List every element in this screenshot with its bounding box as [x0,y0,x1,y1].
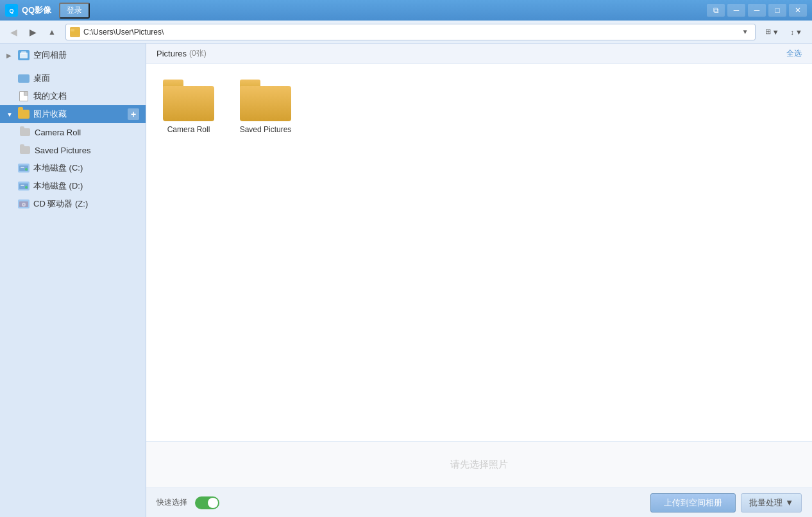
app-logo: Q [5,4,18,17]
upload-button[interactable]: 上传到空间相册 [650,493,736,513]
sidebar-item-mydocs[interactable]: 我的文档 [0,87,146,105]
folder-item-camera-roll-label: Camera Roll [167,125,210,134]
address-bar: ▼ [65,24,756,40]
sidebar-item-drive-d[interactable]: 本地磁盘 (D:) [0,177,146,195]
sidebar-item-pictures-label: 图片收藏 [33,108,124,120]
sidebar-item-drive-z[interactable]: CD 驱动器 (Z:) [0,195,146,213]
svg-point-14 [23,204,24,205]
thumbnail-button[interactable]: ⧉ [707,4,725,17]
content-body: Camera Roll Saved Pictures [146,64,812,441]
sidebar-item-drive-c-label: 本地磁盘 (C:) [33,162,139,174]
sidebar-item-camera-roll-label: Camera Roll [35,128,139,137]
desktop-icon [18,72,30,84]
address-folder-icon [70,27,80,37]
svg-rect-5 [21,51,26,54]
login-button[interactable]: 登录 [59,3,90,19]
saved-pictures-folder-icon [19,144,31,156]
grid-icon: ⊞ [765,28,771,36]
svg-rect-7 [21,167,24,168]
bottom-actions: 快速选择 上传到空间相册 批量处理 ▼ [146,487,812,517]
sidebar-item-saved-pictures[interactable]: Saved Pictures [0,141,146,159]
quick-select-label: 快速选择 [156,497,187,508]
close-button[interactable]: ✕ [789,4,807,17]
sidebar: ▶ 空间相册 桌面 [0,44,146,517]
sidebar-item-pictures[interactable]: ▼ 图片收藏 + [0,105,146,123]
folder-grid: Camera Roll Saved Pictures [156,74,802,139]
sidebar-album-section: ▶ 空间相册 [0,44,146,67]
pictures-folder-icon [18,108,30,120]
album-icon [18,49,30,61]
sidebar-item-drive-d-label: 本地磁盘 (D:) [33,180,139,192]
drive-z-icon [18,198,30,210]
bottom-bar: 请先选择照片 快速选择 上传到空间相册 批量处理 ▼ [146,441,812,517]
batch-label: 批量处理 [749,497,782,509]
folder-large-icon [163,80,214,121]
folder-item-saved-pictures[interactable]: Saved Pictures [233,74,298,139]
main-layout: ▶ 空间相册 桌面 [0,44,812,517]
expand-arrow-icon: ▶ [6,52,14,59]
sort-icon: ↕ [791,28,795,36]
folder-large-icon-2 [240,80,291,121]
doc-icon [18,90,30,102]
empty-hint-text: 请先选择照片 [450,459,508,471]
view-dropdown-icon: ▼ [772,28,779,36]
sidebar-item-desktop-label: 桌面 [33,72,139,84]
up-button[interactable]: ▲ [44,24,60,40]
svg-point-8 [25,168,28,171]
sidebar-item-camera-roll[interactable]: Camera Roll [0,123,146,141]
select-all-button[interactable]: 全选 [786,48,802,59]
svg-text:Q: Q [9,8,13,14]
address-dropdown-button[interactable]: ▼ [740,26,751,38]
batch-arrow-icon: ▼ [785,498,793,507]
sidebar-files-section: 桌面 我的文档 ▼ 图片收藏 + Camer [0,67,146,216]
sort-button[interactable]: ↕ ▼ [786,24,807,40]
titlebar: Q QQ影像 登录 ⧉ ─ ─ □ ✕ [0,0,812,21]
svg-point-11 [25,186,28,189]
toggle-knob [208,498,218,508]
camera-roll-folder-icon [19,126,31,138]
sidebar-item-mydocs-label: 我的文档 [33,90,139,102]
bottom-preview: 请先选择照片 [146,442,812,487]
sidebar-item-saved-pictures-label: Saved Pictures [35,146,139,155]
view-mode-button[interactable]: ⊞ ▼ [761,24,784,40]
folder-item-camera-roll[interactable]: Camera Roll [156,74,221,139]
drive-d-icon [18,180,30,192]
sort-dropdown-icon: ▼ [795,28,802,36]
restore-button[interactable]: □ [768,4,786,17]
back-button[interactable]: ◀ [5,24,22,40]
drive-c-icon [18,162,30,174]
folder-count: (0张) [189,48,207,59]
svg-rect-10 [21,185,24,186]
sidebar-item-drive-c[interactable]: 本地磁盘 (C:) [0,159,146,177]
window-controls: ⧉ ─ ─ □ ✕ [707,4,807,17]
sidebar-item-album-label: 空间相册 [33,49,139,61]
pin-button[interactable]: ─ [727,4,745,17]
minimize-button[interactable]: ─ [748,4,766,17]
forward-button[interactable]: ▶ [24,24,41,40]
folder-item-saved-pictures-label: Saved Pictures [240,125,292,134]
content-header: Pictures (0张) 全选 [146,44,812,64]
svg-rect-3 [71,29,74,31]
quick-select-toggle[interactable] [195,496,219,509]
toolbar: ◀ ▶ ▲ ▼ ⊞ ▼ ↕ ▼ [0,21,812,44]
folder-title: Pictures [156,49,187,58]
sidebar-item-album[interactable]: ▶ 空间相册 [0,46,146,64]
sidebar-item-drive-z-label: CD 驱动器 (Z:) [33,198,139,210]
content-area: Pictures (0张) 全选 Camera Roll [146,44,812,517]
batch-process-button[interactable]: 批量处理 ▼ [741,493,802,513]
app-title: QQ影像 [22,4,51,16]
sidebar-item-desktop[interactable]: 桌面 [0,69,146,87]
address-input[interactable] [83,28,740,37]
add-album-button[interactable]: + [128,108,139,120]
